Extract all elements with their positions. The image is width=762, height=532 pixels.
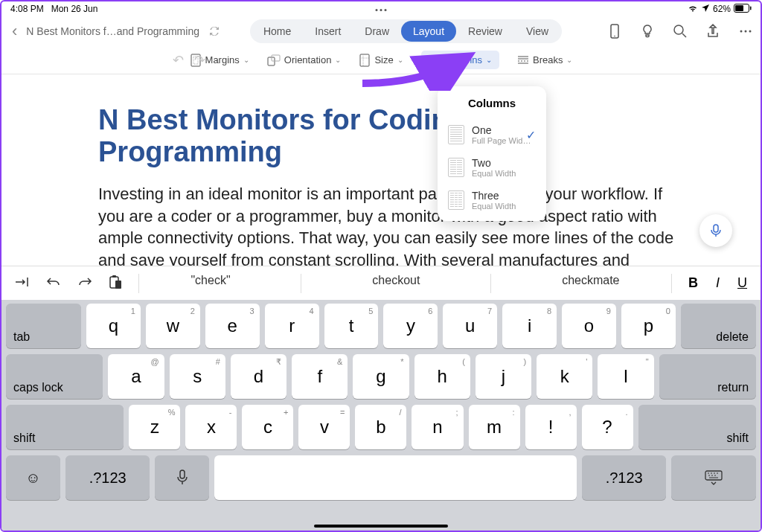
svg-rect-30 bbox=[180, 470, 185, 478]
home-indicator[interactable] bbox=[314, 525, 448, 528]
status-time: 4:08 PM bbox=[10, 4, 44, 14]
key-b[interactable]: /b bbox=[355, 405, 406, 449]
underline-button[interactable]: U bbox=[737, 275, 747, 291]
grabber-handle[interactable] bbox=[376, 9, 387, 11]
mobile-view-icon[interactable] bbox=[607, 24, 622, 39]
key-l[interactable]: "l bbox=[598, 354, 653, 399]
key-q[interactable]: 1q bbox=[86, 304, 141, 348]
breaks-button[interactable]: Breaks⌄ bbox=[517, 54, 572, 65]
tab-insert[interactable]: Insert bbox=[303, 21, 353, 42]
key-j[interactable]: )j bbox=[476, 354, 531, 399]
key-delete[interactable]: delete bbox=[681, 304, 756, 348]
key-y[interactable]: 6y bbox=[383, 304, 438, 348]
onscreen-keyboard: "check" checkout checkmate B I U tab 1q2… bbox=[1, 266, 761, 531]
key-a[interactable]: @a bbox=[108, 354, 164, 399]
key-c[interactable]: +c bbox=[242, 405, 293, 449]
svg-rect-2 bbox=[750, 6, 752, 10]
checkmark-icon: ✓ bbox=[526, 128, 536, 142]
columns-option-three[interactable]: ThreeEqual Width bbox=[438, 184, 546, 217]
key-shift-right[interactable]: shift bbox=[638, 405, 756, 449]
svg-rect-28 bbox=[112, 275, 116, 278]
key-emoji[interactable]: ☺ bbox=[6, 455, 60, 500]
back-button[interactable]: ‹ bbox=[9, 22, 20, 41]
redo-icon[interactable]: ↷ bbox=[194, 52, 205, 68]
tab-view[interactable]: View bbox=[514, 21, 560, 42]
key-i[interactable]: 8i bbox=[502, 304, 557, 348]
svg-rect-1 bbox=[735, 5, 743, 11]
sync-icon[interactable] bbox=[208, 25, 220, 37]
key-return[interactable]: return bbox=[659, 354, 756, 399]
columns-popover: Columns OneFull Page Wid… ✓ TwoEqual Wid… bbox=[438, 86, 546, 221]
key-m[interactable]: :m bbox=[469, 405, 520, 449]
status-date: Mon 26 Jun bbox=[51, 4, 98, 14]
annotation-arrow bbox=[355, 46, 489, 91]
bold-button[interactable]: B bbox=[688, 275, 698, 291]
svg-rect-31 bbox=[705, 471, 722, 480]
key-space[interactable] bbox=[214, 455, 577, 500]
lightbulb-icon[interactable] bbox=[640, 24, 655, 39]
key-shift-left[interactable]: shift bbox=[6, 405, 124, 449]
orientation-button[interactable]: Orientation⌄ bbox=[267, 54, 342, 66]
key-n[interactable]: ;n bbox=[412, 405, 463, 449]
key-d[interactable]: ₹d bbox=[231, 354, 286, 399]
svg-point-7 bbox=[740, 31, 743, 33]
key-e[interactable]: 3e bbox=[205, 304, 260, 348]
key-r[interactable]: 4r bbox=[265, 304, 319, 348]
columns-option-two[interactable]: TwoEqual Width bbox=[438, 151, 546, 184]
key-k[interactable]: 'k bbox=[537, 354, 592, 399]
redo-kb-icon[interactable] bbox=[77, 276, 92, 291]
key-numsym-right[interactable]: .?123 bbox=[582, 455, 667, 500]
key-numsym-left[interactable]: .?123 bbox=[65, 455, 150, 500]
key-?[interactable]: .? bbox=[582, 405, 633, 449]
svg-rect-13 bbox=[272, 55, 280, 61]
key-s[interactable]: #s bbox=[170, 354, 225, 399]
document-title[interactable]: N Best Monitors f…and Programming bbox=[26, 25, 199, 37]
key-z[interactable]: %z bbox=[129, 405, 180, 449]
search-icon[interactable] bbox=[673, 24, 688, 39]
suggestion-2[interactable]: checkout bbox=[372, 274, 420, 293]
key-![interactable]: ,! bbox=[525, 405, 577, 449]
suggestion-1[interactable]: "check" bbox=[190, 274, 230, 293]
tab-draw[interactable]: Draw bbox=[353, 21, 401, 42]
svg-rect-29 bbox=[115, 281, 121, 289]
key-t[interactable]: 5t bbox=[324, 304, 379, 348]
key-p[interactable]: 0p bbox=[621, 304, 676, 348]
tab-home[interactable]: Home bbox=[252, 21, 303, 42]
indent-icon[interactable] bbox=[15, 276, 30, 291]
italic-button[interactable]: I bbox=[716, 275, 720, 291]
dictation-button[interactable] bbox=[699, 214, 732, 247]
key-dismiss[interactable] bbox=[671, 455, 756, 500]
tab-review[interactable]: Review bbox=[456, 21, 514, 42]
svg-point-9 bbox=[749, 31, 752, 33]
suggestion-3[interactable]: checkmate bbox=[562, 274, 619, 293]
key-g[interactable]: *g bbox=[353, 354, 409, 399]
svg-rect-26 bbox=[714, 225, 718, 232]
more-icon[interactable] bbox=[738, 24, 753, 39]
key-v[interactable]: =v bbox=[298, 405, 350, 449]
wifi-icon bbox=[688, 4, 698, 15]
key-capslock[interactable]: caps lock bbox=[6, 354, 103, 399]
battery-pct: 62% bbox=[713, 4, 731, 14]
location-icon bbox=[701, 4, 710, 15]
popover-title: Columns bbox=[438, 86, 546, 118]
app-toolbar: ‹ N Best Monitors f…and Programming Home… bbox=[1, 16, 761, 46]
paste-icon[interactable] bbox=[109, 275, 122, 292]
key-f[interactable]: &f bbox=[292, 354, 348, 399]
columns-option-one[interactable]: OneFull Page Wid… ✓ bbox=[438, 118, 546, 151]
key-h[interactable]: (h bbox=[414, 354, 470, 399]
tab-layout[interactable]: Layout bbox=[401, 21, 456, 42]
key-mic[interactable] bbox=[155, 455, 209, 500]
undo-kb-icon[interactable] bbox=[46, 276, 61, 291]
key-x[interactable]: -x bbox=[185, 405, 237, 449]
share-icon[interactable] bbox=[705, 24, 720, 39]
key-tab[interactable]: tab bbox=[6, 304, 81, 348]
key-w[interactable]: 2w bbox=[146, 304, 200, 348]
keyboard-toolbar: "check" checkout checkmate B I U bbox=[1, 266, 761, 300]
document-body[interactable]: Investing in an ideal monitor is an impo… bbox=[98, 183, 679, 272]
document-heading[interactable]: N Best Monitors for Coding and Programmi… bbox=[98, 104, 679, 168]
key-u[interactable]: 7u bbox=[443, 304, 497, 348]
undo-icon[interactable]: ↶ bbox=[173, 52, 184, 68]
key-o[interactable]: 9o bbox=[562, 304, 616, 348]
svg-point-5 bbox=[674, 25, 683, 34]
document-canvas[interactable]: N Best Monitors for Coding and Programmi… bbox=[1, 74, 761, 272]
